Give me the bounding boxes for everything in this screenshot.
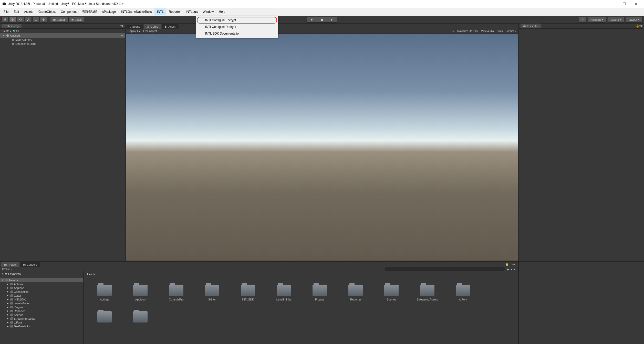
panel-menu-icon[interactable]: ▾≡	[120, 24, 123, 28]
menu-help[interactable]: Help	[216, 8, 228, 15]
expand-arrow-icon[interactable]: ▸	[7, 317, 9, 320]
asset-folder[interactable]	[94, 311, 115, 325]
assets-root[interactable]: ▾Assets	[0, 278, 83, 282]
expand-arrow-icon[interactable]: ▸	[7, 313, 9, 316]
hierarchy-item[interactable]: Main Camera	[0, 38, 125, 42]
dropdown-item-0[interactable]: INTLConfig.ini Encrypt	[197, 17, 277, 24]
expand-arrow-icon[interactable]: ▸	[7, 321, 9, 324]
scene-menu-icon[interactable]: ▾≡	[120, 34, 123, 37]
menu-assets[interactable]: Assets	[22, 8, 36, 15]
panel-menu-icon[interactable]: ▾≡	[639, 24, 642, 28]
maximize-button[interactable]: ☐	[618, 0, 630, 8]
stats-toggle[interactable]: Stats	[497, 30, 503, 33]
search-filter[interactable]: 🔍All	[13, 30, 19, 33]
gizmos-dropdown[interactable]: Gizmos ▾	[506, 30, 516, 33]
tree-folder[interactable]: ▸StreamingAssets	[0, 317, 83, 320]
asset-folder[interactable]: StreamingAssets	[417, 285, 438, 301]
account-dropdown[interactable]: Account▾	[588, 17, 606, 23]
expand-arrow-icon[interactable]: ▸	[7, 282, 9, 286]
asset-folder[interactable]: Reporter	[345, 285, 366, 301]
menu-reporter[interactable]: Reporter	[166, 8, 183, 15]
expand-arrow-icon[interactable]: ▸	[7, 309, 9, 313]
tab-game[interactable]: ◎Game	[144, 24, 161, 29]
expand-arrow-icon[interactable]: ▸	[7, 290, 9, 293]
favorites-root[interactable]: ▸★Favorites	[0, 272, 83, 276]
menu-intlgamenativetools[interactable]: INTLGameNativeTools	[118, 8, 154, 15]
scale-tool-button[interactable]	[25, 17, 32, 23]
asset-folder[interactable]: INTLSDK	[238, 285, 258, 301]
dropdown-item-2[interactable]: INTL SDK Documentation	[197, 30, 277, 37]
save-search-icon[interactable]: ★	[514, 268, 516, 271]
menu-cpackage[interactable]: cPackage	[100, 8, 118, 15]
lock-icon[interactable]: 🔒	[636, 24, 639, 28]
collab-button[interactable]	[579, 17, 586, 23]
menu-file[interactable]: File	[1, 8, 11, 15]
tree-folder[interactable]: ▸Actions	[0, 282, 83, 286]
asset-folder[interactable]: Plugins	[309, 285, 330, 301]
tab-project[interactable]: ▦Project	[1, 262, 19, 267]
asset-folder[interactable]: AppIcon	[130, 285, 151, 301]
panel-menu-icon[interactable]: ▾≡	[511, 262, 517, 267]
create-dropdown[interactable]: Create ▾	[2, 268, 12, 271]
expand-arrow-icon[interactable]: ▸	[7, 298, 9, 301]
search-by-type-icon[interactable]: ◆	[507, 268, 509, 271]
menu-component[interactable]: Component	[58, 8, 79, 15]
menu--[interactable]: 增强版功能	[79, 8, 100, 15]
search-by-label-icon[interactable]: ●	[511, 268, 512, 271]
expand-arrow-icon[interactable]: ▸	[7, 305, 9, 309]
minimize-button[interactable]: —	[607, 0, 618, 8]
rotate-tool-button[interactable]	[17, 17, 24, 23]
move-tool-button[interactable]	[9, 17, 16, 23]
layout-dropdown[interactable]: Layout▾	[626, 17, 642, 23]
tree-folder[interactable]: ▸AppIcon	[0, 286, 83, 290]
mute-audio-toggle[interactable]: Mute Audio	[481, 30, 494, 33]
asset-folder[interactable]	[130, 311, 151, 325]
pivot-mode-button[interactable]: ▣Center	[50, 17, 68, 23]
maximize-on-play-toggle[interactable]: Maximize On Play	[457, 30, 478, 33]
expand-arrow-icon[interactable]: ▾	[3, 34, 5, 37]
tree-folder[interactable]: ▸Scenes	[0, 313, 83, 317]
tree-folder[interactable]: ▸Plugins	[0, 305, 83, 309]
display-dropdown[interactable]: Display 1 ▾	[128, 30, 140, 33]
hand-tool-button[interactable]	[2, 17, 9, 23]
asset-folder[interactable]: Editor	[202, 285, 222, 301]
tab-scene[interactable]: #Scene	[127, 25, 143, 29]
asset-folder[interactable]: tdFont	[453, 285, 473, 301]
tree-folder[interactable]: ▸INTLSDK	[0, 297, 83, 301]
pause-button[interactable]	[317, 17, 327, 23]
menu-gameobject[interactable]: GameObject	[36, 8, 58, 15]
asset-folder[interactable]: Scenes	[381, 285, 402, 301]
tree-folder[interactable]: ▸Reporter	[0, 309, 83, 313]
aspect-dropdown[interactable]: Free Aspect	[143, 30, 157, 33]
tree-folder[interactable]: ▸tdFont	[0, 320, 83, 324]
menu-window[interactable]: Window	[200, 8, 216, 15]
asset-folder[interactable]: LevelInfinite	[274, 285, 294, 301]
space-mode-button[interactable]: ◉Local	[68, 17, 84, 23]
project-search-input[interactable]	[385, 267, 505, 271]
transform-tool-button[interactable]	[40, 17, 47, 23]
tree-folder[interactable]: ▸TextMesh Pro	[0, 324, 83, 328]
tree-folder[interactable]: ▸LevelInfinite	[0, 301, 83, 305]
expand-arrow-icon[interactable]: ▸	[7, 294, 9, 297]
game-viewport[interactable]	[126, 34, 518, 261]
scene-root[interactable]: ▾ Untitled ▾≡	[0, 33, 125, 38]
menu-intllua[interactable]: INTLLua	[183, 8, 200, 15]
inspector-tab[interactable]: ⓘInspector	[521, 24, 541, 28]
layers-dropdown[interactable]: Layers▾	[608, 17, 624, 23]
expand-arrow-icon[interactable]: ▸	[7, 302, 9, 305]
step-button[interactable]	[327, 17, 337, 23]
create-dropdown[interactable]: Create ▾	[2, 30, 11, 33]
menu-intl[interactable]: INTL	[154, 8, 166, 15]
tab-asset[interactable]: ◧Asset	[162, 24, 179, 29]
breadcrumb-item[interactable]: Assets	[87, 273, 95, 276]
tab-console[interactable]: ▤Console	[20, 262, 40, 267]
rect-tool-button[interactable]	[32, 17, 39, 23]
play-button[interactable]	[307, 17, 317, 23]
expand-arrow-icon[interactable]: ▸	[7, 325, 9, 328]
tree-folder[interactable]: ▸Editor	[0, 294, 83, 297]
close-button[interactable]: ✕	[630, 0, 642, 8]
lock-icon[interactable]: 🔒	[504, 262, 510, 267]
tree-folder[interactable]: ▸ConsolePro	[0, 290, 83, 294]
hierarchy-item[interactable]: Directional Light	[0, 42, 125, 46]
asset-folder[interactable]: Actions	[94, 285, 115, 301]
